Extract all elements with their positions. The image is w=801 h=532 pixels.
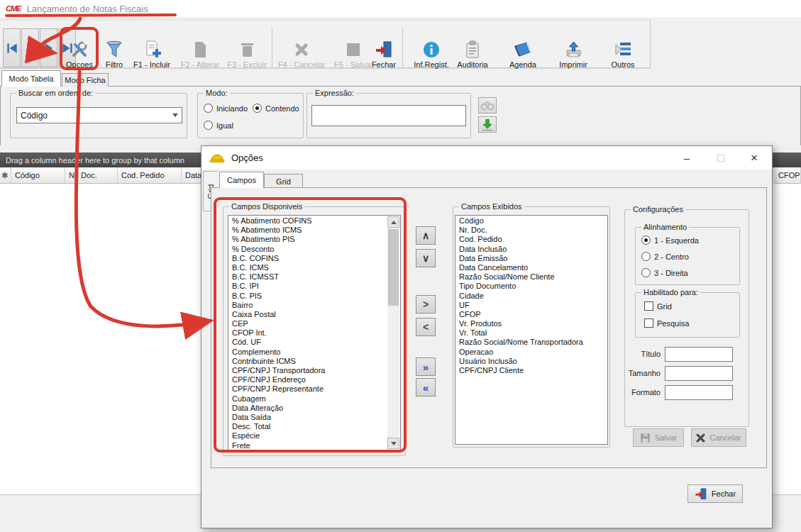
available-field-item[interactable]: B.C. ICMS [229,263,387,272]
displayed-field-item[interactable]: Vr. Total [456,328,607,338]
displayed-field-item[interactable]: CFOP [456,310,607,319]
tab-modo-ficha[interactable]: Modo Ficha [62,73,109,87]
chevron-down-icon[interactable] [169,108,182,123]
available-field-item[interactable]: Caixa Postal [229,310,387,319]
available-field-item[interactable]: Desc. Total [229,422,387,431]
displayed-field-item[interactable]: Vr. Produtos [456,319,607,328]
available-field-item[interactable]: CPF/CNPJ Transportadora [229,366,387,375]
displayed-field-item[interactable]: Nr. Doc. [456,226,607,235]
available-field-item[interactable]: CFOP Int. [229,328,387,338]
available-field-item[interactable]: Cubagem [229,394,387,404]
remove-field-button[interactable]: < [416,318,436,336]
toolbar-incluir-button[interactable]: F1 - Incluir [128,28,175,69]
move-down-button[interactable]: ∨ [416,249,436,267]
radio-esquerda[interactable]: 1 - Esquerda [641,235,699,245]
radio-icon[interactable] [641,252,651,261]
displayed-field-item[interactable]: UF [456,301,607,310]
displayed-field-item[interactable]: Tipo Documento [456,282,607,291]
dialog-tab-grid[interactable]: Grid [264,174,303,188]
toolbar-infregist-button[interactable]: Inf.Regist. [409,28,453,69]
displayed-field-item[interactable]: Código [456,216,607,226]
available-fields-listbox[interactable]: % Abatimento COFINS% Abatimento ICMS% Ab… [228,215,401,450]
tab-modo-tabela[interactable]: Modo Tabela [1,70,61,87]
displayed-field-item[interactable]: Data Inclusão [456,245,607,254]
displayed-field-item[interactable]: Razão Social/Nome Transportadora [456,338,607,347]
search-order-combobox[interactable]: Código [16,107,182,123]
radio-icon[interactable] [641,268,651,277]
toolbar-fechar-button[interactable]: Fechar [367,28,401,69]
checkbox-pesquisa[interactable]: Pesquisa [644,318,689,328]
available-field-item[interactable]: % Desconto [229,245,387,254]
toolbar-agenda-button[interactable]: Agenda [504,28,541,69]
available-field-item[interactable]: Cód. UF [229,338,387,347]
checkbox-icon[interactable] [644,301,653,311]
scroll-up-button[interactable] [387,216,399,228]
available-field-item[interactable]: B.C. IPI [229,282,387,291]
available-field-item[interactable]: CEP [229,319,387,328]
toolbar-opcoes-button[interactable]: Opcoes [62,28,97,69]
displayed-field-item[interactable]: CPF/CNPJ Cliente [456,366,607,375]
available-field-item[interactable]: Complemento [229,348,387,357]
add-all-button[interactable]: » [416,358,436,376]
search-apply-button[interactable] [478,116,497,133]
move-up-button[interactable]: ∧ [416,226,436,245]
radio-selected-icon[interactable] [253,104,262,113]
radio-contendo[interactable]: Contendo [253,104,299,113]
grid-column-header[interactable]: Nr. Doc. [65,167,118,184]
available-field-item[interactable]: Frete [229,441,387,450]
fechar-button[interactable]: Fechar [687,484,743,503]
toolbar-imprimir-button[interactable]: Imprimir [554,28,592,69]
displayed-field-item[interactable]: Cod. Pedido [456,235,607,244]
add-field-button[interactable]: > [416,295,436,314]
expression-input[interactable] [311,105,466,126]
radio-icon[interactable] [204,121,213,130]
remove-all-button[interactable]: « [416,378,436,397]
radio-centro[interactable]: 2 - Centro [641,252,689,261]
available-field-item[interactable]: Contribuinte ICMS [229,357,387,366]
radio-igual[interactable]: Igual [204,121,233,130]
grid-column-header[interactable]: Código [11,167,65,184]
available-field-item[interactable]: B.C. COFINS [229,254,387,263]
displayed-field-item[interactable]: Data Emissão [456,254,607,263]
displayed-field-item[interactable]: Operacao [456,348,607,357]
nav-next-button[interactable] [40,28,57,67]
nav-prev-button[interactable] [21,28,39,67]
displayed-field-item[interactable]: Cidade [456,292,607,301]
nav-first-button[interactable] [3,28,21,67]
toolbar-filtro-button[interactable]: Filtro [99,28,130,69]
available-field-item[interactable]: Espécie [229,431,387,440]
available-field-item[interactable]: % Abatimento ICMS [229,226,387,235]
available-field-item[interactable]: % Abatimento PIS [229,235,387,244]
radio-selected-icon[interactable] [641,235,651,245]
tamanho-input[interactable] [665,366,733,381]
scrollbar-thumb[interactable] [388,229,399,306]
formato-input[interactable] [665,385,733,400]
available-field-item[interactable]: CPF/CNPJ Endereço [229,375,387,384]
scroll-down-button[interactable] [387,438,399,449]
titulo-input[interactable] [665,347,733,362]
displayed-field-item[interactable]: Data Cancelamento [456,263,607,272]
toolbar-auditoria-button[interactable]: Auditoria [452,28,493,69]
radio-direita[interactable]: 3 - Direita [641,268,688,277]
radio-icon[interactable] [204,104,213,113]
displayed-field-item[interactable]: Usuário Inclusão [456,357,607,366]
scrollbar[interactable] [387,216,399,449]
checkbox-icon[interactable] [644,318,653,328]
minimize-button[interactable]: – [675,146,698,170]
toolbar-outros-button[interactable]: Outros [606,28,640,69]
close-button[interactable]: × [742,146,766,170]
available-field-item[interactable]: Data Saída [229,413,387,422]
dialog-tab-campos[interactable]: Campos [219,172,264,188]
grid-column-header[interactable]: Cod. Pedido [118,167,182,184]
available-field-item[interactable]: B.C. ICMSST [229,272,387,282]
radio-iniciando[interactable]: Iniciando [204,104,248,113]
available-field-item[interactable]: CPF/CNPJ Representante [229,384,387,394]
available-field-item[interactable]: B.C. PIS [229,292,387,301]
checkbox-grid[interactable]: Grid [644,301,672,311]
available-field-item[interactable]: Data Alteração [229,404,387,413]
displayed-field-item[interactable]: Razão Social/Nome Cliente [456,272,607,282]
available-field-item[interactable]: % Abatimento COFINS [229,216,387,226]
displayed-fields-listbox[interactable]: CódigoNr. Doc.Cod. PedidoData InclusãoDa… [455,215,608,445]
available-field-item[interactable]: Bairro [229,301,387,310]
grid-row-selector-header[interactable]: ✱ [0,167,11,184]
